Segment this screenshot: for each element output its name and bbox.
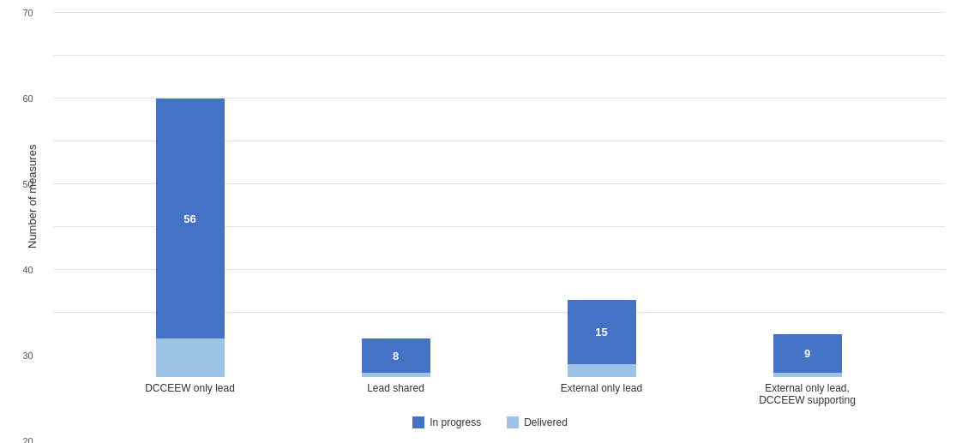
x-axis-label-external-only-lead: External only lead: [550, 382, 653, 406]
bar-group-external-only-lead-supporting: 19: [773, 334, 842, 377]
bar-segment-in-progress: 15: [568, 300, 636, 364]
chart-container: Number of measures 010203040506070956183…: [19, 12, 962, 432]
bar-segment-delivered: 1: [773, 373, 842, 377]
x-axis-label-lead-shared: Lead shared: [345, 382, 448, 406]
bar-group-dcceew-only-lead: 956: [156, 99, 225, 377]
bar-segment-delivered: 3: [568, 364, 636, 377]
bars-area: 9561831519: [53, 12, 945, 377]
plot-area: 0102030405060709561831519: [53, 12, 945, 377]
bar-stack: 315: [568, 300, 636, 377]
chart-inner: 0102030405060709561831519 DCCEEW only le…: [45, 12, 962, 406]
legend-item-delivered: Delivered: [507, 416, 568, 428]
y-axis-label: Number of measures: [19, 12, 45, 380]
bar-inside-label: 8: [393, 349, 399, 362]
bar-stack: 956: [156, 99, 225, 377]
bar-segment-in-progress: 56: [156, 99, 225, 338]
x-axis-labels: DCCEEW only leadLead sharedExternal only…: [53, 382, 945, 406]
chart-area: Number of measures 010203040506070956183…: [19, 12, 962, 406]
legend: In progress Delivered: [19, 416, 962, 428]
bar-inside-label: 15: [595, 326, 607, 338]
bar-stack: 18: [362, 338, 430, 377]
y-tick-label: 50: [23, 179, 33, 189]
bar-stack: 19: [773, 334, 842, 377]
legend-label-in-progress: In progress: [430, 416, 481, 428]
bar-segment-in-progress: 8: [362, 338, 430, 373]
legend-box-in-progress: [412, 416, 424, 428]
x-axis-label-external-only-lead-supporting: External only lead, DCCEEW supporting: [756, 382, 859, 406]
bar-group-lead-shared: 18: [362, 338, 430, 377]
y-tick-label: 40: [23, 265, 33, 275]
legend-box-delivered: [507, 416, 519, 428]
bar-segment-delivered: 1: [362, 373, 430, 377]
x-axis-label-dcceew-only-lead: DCCEEW only lead: [139, 382, 242, 406]
legend-label-delivered: Delivered: [524, 416, 568, 428]
bar-inside-label: 56: [183, 212, 195, 224]
y-tick-label: 70: [23, 8, 33, 18]
bar-group-external-only-lead: 315: [568, 300, 636, 377]
bar-segment-in-progress: 9: [773, 334, 842, 373]
y-tick-label: 60: [23, 93, 33, 104]
y-tick-label: 20: [23, 436, 33, 444]
y-tick-label: 30: [23, 350, 33, 361]
legend-item-in-progress: In progress: [412, 416, 481, 428]
bar-segment-delivered: 9: [156, 338, 225, 377]
bar-inside-label: 9: [804, 347, 810, 360]
